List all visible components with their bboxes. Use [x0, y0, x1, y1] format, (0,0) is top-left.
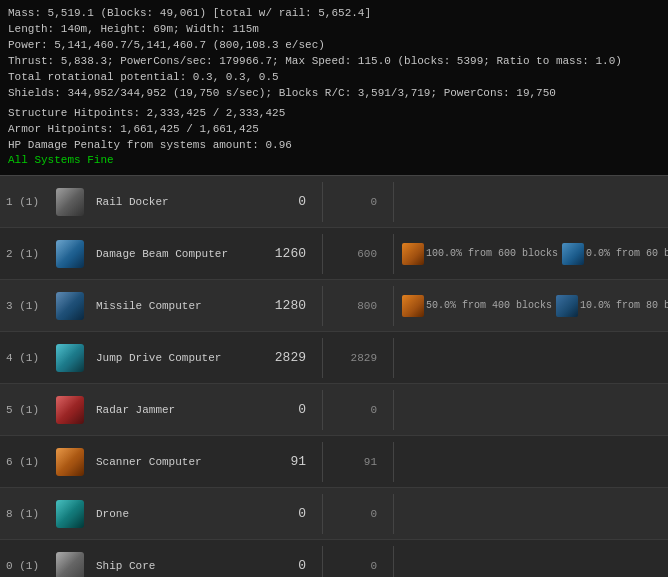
table-row[interactable]: 8 (1)Drone00: [0, 488, 668, 540]
table-row[interactable]: 3 (1)Missile Computer128080050.0% from 4…: [0, 280, 668, 332]
block-extra-info: 100.0% from 600 blocks0.0% from 60 block…: [394, 243, 668, 265]
block-count-secondary: 600: [323, 248, 393, 260]
block-name: Scanner Computer: [92, 456, 252, 468]
block-name: Rail Docker: [92, 196, 252, 208]
block-count-secondary: 0: [323, 508, 393, 520]
table-row[interactable]: 0 (1)Ship Core00: [0, 540, 668, 577]
row-index: 3 (1): [0, 300, 48, 312]
column-divider-2: [393, 442, 394, 482]
row-index: 6 (1): [0, 456, 48, 468]
extra-block-text: 100.0% from 600 blocks: [426, 248, 558, 259]
block-icon-container: [48, 344, 92, 372]
block-count-primary: 91: [252, 454, 322, 469]
extra-block-icon: [562, 243, 584, 265]
stat-armor: Armor Hitpoints: 1,661,425 / 1,661,425: [8, 122, 660, 138]
block-count-secondary: 800: [323, 300, 393, 312]
block-cube-icon: [56, 188, 84, 216]
row-index: 4 (1): [0, 352, 48, 364]
block-icon-container: [48, 500, 92, 528]
row-index: 1 (1): [0, 196, 48, 208]
block-count-secondary: 91: [323, 456, 393, 468]
table-row[interactable]: 6 (1)Scanner Computer9191: [0, 436, 668, 488]
block-cube-icon: [56, 552, 84, 577]
stat-dimensions: Length: 140m, Height: 69m; Width: 115m: [8, 22, 660, 38]
row-index: 2 (1): [0, 248, 48, 260]
stat-power: Power: 5,141,460.7/5,141,460.7 (800,108.…: [8, 38, 660, 54]
extra-block-icon: [402, 295, 424, 317]
stat-rotation: Total rotational potential: 0.3, 0.3, 0.…: [8, 70, 660, 86]
block-cube-icon: [56, 500, 84, 528]
extra-group: 0.0% from 60 blocks: [562, 243, 668, 265]
extra-block-text: 0.0% from 60 blocks: [586, 248, 668, 259]
block-count-primary: 0: [252, 194, 322, 209]
block-count-primary: 1260: [252, 246, 322, 261]
block-count-secondary: 2829: [323, 352, 393, 364]
extra-block-icon: [556, 295, 578, 317]
column-divider-2: [393, 546, 394, 577]
block-cube-icon: [56, 448, 84, 476]
stat-structure: Structure Hitpoints: 2,333,425 / 2,333,4…: [8, 106, 660, 122]
block-cube-icon: [56, 292, 84, 320]
column-divider-2: [393, 338, 394, 378]
column-divider-2: [393, 494, 394, 534]
column-divider-2: [393, 182, 394, 222]
components-table: 1 (1)Rail Docker002 (1)Damage Beam Compu…: [0, 176, 668, 577]
block-icon-container: [48, 188, 92, 216]
block-cube-icon: [56, 240, 84, 268]
table-row[interactable]: 2 (1)Damage Beam Computer1260600100.0% f…: [0, 228, 668, 280]
block-cube-icon: [56, 344, 84, 372]
row-index: 5 (1): [0, 404, 48, 416]
block-name: Damage Beam Computer: [92, 248, 252, 260]
block-name: Drone: [92, 508, 252, 520]
block-count-primary: 1280: [252, 298, 322, 313]
block-name: Missile Computer: [92, 300, 252, 312]
column-divider-2: [393, 390, 394, 430]
extra-block-text: 50.0% from 400 blocks: [426, 300, 552, 311]
extra-block-text: 10.0% from 80 blocks: [580, 300, 668, 311]
stat-thrust: Thrust: 5,838.3; PowerCons/sec: 179966.7…: [8, 54, 660, 70]
block-icon-container: [48, 292, 92, 320]
row-index: 8 (1): [0, 508, 48, 520]
stats-panel: Mass: 5,519.1 (Blocks: 49,061) [total w/…: [0, 0, 668, 176]
block-count-secondary: 0: [323, 196, 393, 208]
block-count-primary: 0: [252, 558, 322, 573]
table-row[interactable]: 1 (1)Rail Docker00: [0, 176, 668, 228]
block-name: Jump Drive Computer: [92, 352, 252, 364]
block-count-primary: 0: [252, 506, 322, 521]
block-name: Ship Core: [92, 560, 252, 572]
block-icon-container: [48, 552, 92, 577]
block-cube-icon: [56, 396, 84, 424]
block-count-secondary: 0: [323, 560, 393, 572]
table-row[interactable]: 5 (1)Radar Jammer00: [0, 384, 668, 436]
extra-block-icon: [402, 243, 424, 265]
stat-mass: Mass: 5,519.1 (Blocks: 49,061) [total w/…: [8, 6, 660, 22]
block-icon-container: [48, 240, 92, 268]
stat-status: All Systems Fine: [8, 153, 660, 169]
extra-group: 50.0% from 400 blocks: [402, 295, 552, 317]
stat-hp-penalty: HP Damage Penalty from systems amount: 0…: [8, 138, 660, 154]
table-row[interactable]: 4 (1)Jump Drive Computer28292829: [0, 332, 668, 384]
block-count-secondary: 0: [323, 404, 393, 416]
block-extra-info: 50.0% from 400 blocks10.0% from 80 block…: [394, 295, 668, 317]
block-icon-container: [48, 448, 92, 476]
row-index: 0 (1): [0, 560, 48, 572]
block-name: Radar Jammer: [92, 404, 252, 416]
stat-shields: Shields: 344,952/344,952 (19,750 s/sec);…: [8, 86, 660, 102]
extra-group: 10.0% from 80 blocks: [556, 295, 668, 317]
extra-group: 100.0% from 600 blocks: [402, 243, 558, 265]
block-count-primary: 2829: [252, 350, 322, 365]
block-icon-container: [48, 396, 92, 424]
block-count-primary: 0: [252, 402, 322, 417]
